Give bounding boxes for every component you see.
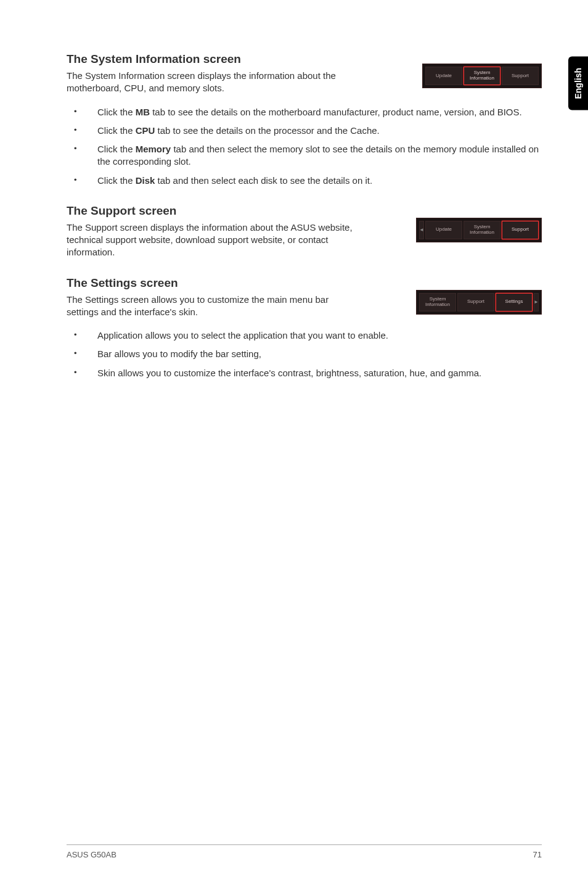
tab-system-information[interactable]: System Information xyxy=(463,67,500,85)
arrow-left-icon[interactable]: ◄ xyxy=(419,221,424,239)
page-content: English The System Information screen Th… xyxy=(0,0,588,887)
heading-support: The Support screen xyxy=(67,204,542,218)
tab-settings[interactable]: Settings xyxy=(496,293,533,311)
tab-support[interactable]: Support xyxy=(502,67,539,85)
tabstrip-support: ◄ Update System Information Support xyxy=(416,218,542,242)
bullet-mb: Click the MB tab to see the details on t… xyxy=(67,106,542,118)
bullets-settings: Application allows you to select the app… xyxy=(67,329,542,379)
page-footer: ASUS G50AB 71 xyxy=(67,844,542,859)
desc-settings: The Settings screen allows you to custom… xyxy=(67,294,356,319)
tab-support[interactable]: Support xyxy=(457,293,494,311)
bullet-memory: Click the Memory tab and then select the… xyxy=(67,143,542,168)
tab-update[interactable]: Update xyxy=(425,221,462,239)
tab-update[interactable]: Update xyxy=(425,67,462,85)
section-system-information: The System Information screen The System… xyxy=(67,52,542,187)
bullet-disk: Click the Disk tab and then select each … xyxy=(67,175,542,187)
section-support: The Support screen The Support screen di… xyxy=(67,204,542,259)
desc-support: The Support screen displays the informat… xyxy=(67,221,375,259)
tabstrip-settings: System Information Support Settings ► xyxy=(416,290,542,315)
bullet-cpu: Click the CPU tab to see the details on … xyxy=(67,125,542,137)
tab-support[interactable]: Support xyxy=(502,221,539,239)
section-settings: The Settings screen The Settings screen … xyxy=(67,276,542,379)
bullet-skin: Skin allows you to customize the interfa… xyxy=(67,367,542,379)
bullet-application: Application allows you to select the app… xyxy=(67,329,542,342)
bullet-bar: Bar allows you to modify the bar setting… xyxy=(67,348,542,360)
tab-system-information[interactable]: System Information xyxy=(463,221,500,239)
heading-settings: The Settings screen xyxy=(67,276,542,290)
footer-page-number: 71 xyxy=(533,850,542,859)
tabstrip-sysinfo: Update System Information Support xyxy=(422,64,542,88)
arrow-right-icon[interactable]: ► xyxy=(534,293,539,311)
footer-product: ASUS G50AB xyxy=(67,850,116,859)
bullets-sysinfo: Click the MB tab to see the details on t… xyxy=(67,106,542,187)
tab-system-information[interactable]: System Information xyxy=(419,293,456,311)
language-tab: English xyxy=(568,57,588,110)
desc-sysinfo: The System Information screen displays t… xyxy=(67,70,356,95)
